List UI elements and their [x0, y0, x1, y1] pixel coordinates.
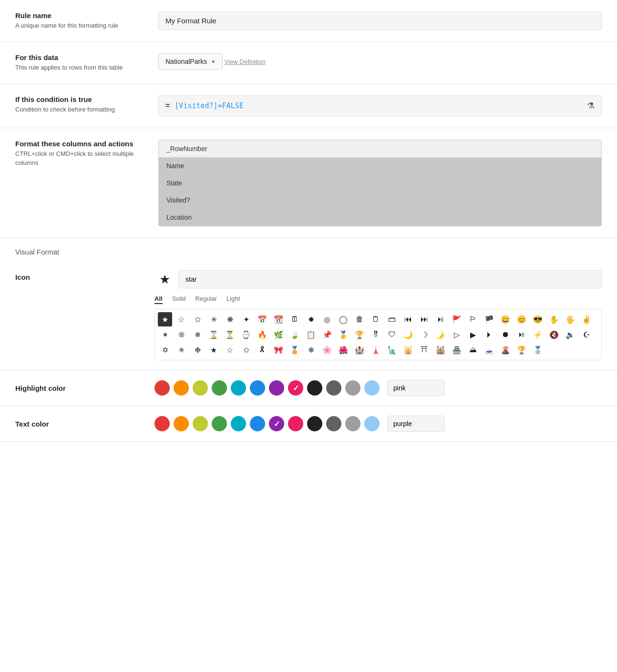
text-color-teal[interactable]: [231, 416, 246, 431]
icon-cell-hourglass3[interactable]: ⌚: [239, 327, 253, 342]
icon-cell-star-david1[interactable]: ✡: [158, 343, 172, 357]
icon-search-input[interactable]: [178, 270, 602, 288]
view-definition-link[interactable]: View Definition: [225, 58, 266, 65]
icon-cell-power2[interactable]: 🔇: [547, 327, 561, 342]
icon-cell-face3[interactable]: 😎: [531, 312, 545, 326]
icon-cell-play2[interactable]: ▶: [466, 327, 480, 342]
icon-cell-hand3[interactable]: ✌: [579, 312, 594, 326]
icon-cell-hand2[interactable]: 🖐: [563, 312, 577, 326]
column-visited[interactable]: Visited?: [159, 192, 601, 209]
icon-cell-castle1[interactable]: 🏯: [450, 343, 464, 357]
icon-cell-moon3[interactable]: 🌛: [433, 327, 448, 342]
icon-filter-regular[interactable]: Regular: [195, 295, 217, 304]
icon-cell-starburst2[interactable]: ❊: [174, 327, 188, 342]
highlight-color-light-blue[interactable]: [364, 380, 380, 396]
highlight-color-name-input[interactable]: [387, 380, 444, 396]
icon-cell-ribbon1[interactable]: 🎗: [255, 343, 269, 357]
icon-cell-face1[interactable]: 😀: [498, 312, 513, 326]
icon-cell-star2b[interactable]: ★: [206, 343, 221, 357]
icon-cell-fire3[interactable]: 🍃: [288, 327, 302, 342]
icon-cell-circle1[interactable]: ◎: [320, 312, 334, 326]
icon-cell-starburst1[interactable]: ✴: [158, 327, 172, 342]
text-color-dark-gray[interactable]: [326, 416, 341, 431]
highlight-color-dark-gray[interactable]: [326, 380, 341, 396]
icon-cell-moon1[interactable]: 🌙: [401, 327, 415, 342]
icon-cell-mountain1[interactable]: ⛰: [466, 343, 480, 357]
highlight-color-pink[interactable]: ✓: [288, 380, 303, 396]
icon-cell-volcano1[interactable]: 🌋: [498, 343, 513, 357]
icon-cell-play3[interactable]: ⏵: [482, 327, 496, 342]
icon-cell-trophy2[interactable]: 🎖: [369, 327, 383, 342]
icon-cell-starburst3[interactable]: ✵: [190, 327, 205, 342]
icon-cell-medal2[interactable]: 📌: [320, 327, 334, 342]
icon-cell-trash1[interactable]: 🗑: [352, 312, 367, 326]
column-location[interactable]: Location: [159, 209, 601, 226]
icon-cell-flag2[interactable]: 🏳: [466, 312, 480, 326]
rule-name-input[interactable]: [158, 11, 602, 30]
icon-cell-star3b[interactable]: ☆: [223, 343, 237, 357]
icon-cell-hourglass2[interactable]: ⏳: [223, 327, 237, 342]
icon-cell-asterisk2[interactable]: ❋: [223, 312, 237, 326]
icon-cell-prev3[interactable]: ⏯: [433, 312, 448, 326]
highlight-color-purple[interactable]: [269, 380, 284, 396]
icon-filter-solid[interactable]: Solid: [172, 295, 186, 304]
icon-cell-power3[interactable]: 🔉: [563, 327, 577, 342]
icon-cell-sparkle1[interactable]: ✳: [174, 343, 188, 357]
icon-cell-medal1[interactable]: 📋: [304, 327, 318, 342]
text-color-yellow-green[interactable]: [193, 416, 208, 431]
icon-filter-light[interactable]: Light: [226, 295, 240, 304]
text-color-green[interactable]: [212, 416, 227, 431]
highlight-color-gray[interactable]: [345, 380, 360, 396]
icon-cell-circle2[interactable]: ◯: [336, 312, 350, 326]
highlight-color-blue[interactable]: [250, 380, 265, 396]
text-color-light-blue[interactable]: [364, 416, 380, 431]
icon-cell-shield1[interactable]: 🛡: [385, 327, 399, 342]
text-color-name-input[interactable]: [387, 416, 444, 432]
highlight-color-teal[interactable]: [231, 380, 246, 396]
icon-cell-trophy3[interactable]: 🏆: [514, 343, 529, 357]
icon-cell-synagogue1[interactable]: 🕍: [433, 343, 448, 357]
highlight-color-red[interactable]: [154, 380, 170, 396]
icon-cell-star-thin[interactable]: ✩: [190, 312, 205, 326]
flask-icon[interactable]: ⚗: [587, 101, 595, 111]
icon-cell-trophy4[interactable]: 🥈: [531, 343, 545, 357]
text-color-pink[interactable]: [288, 416, 303, 431]
highlight-color-orange[interactable]: [174, 380, 189, 396]
icon-cell-sparkle2[interactable]: ❉: [190, 343, 205, 357]
highlight-color-green[interactable]: [212, 380, 227, 396]
icon-cell-star-outline[interactable]: ☆: [174, 312, 188, 326]
icon-cell-building3[interactable]: 🗽: [385, 343, 399, 357]
icon-cell-prev2[interactable]: ⏭: [417, 312, 432, 326]
icon-cell-moon2[interactable]: ☽: [417, 327, 432, 342]
icon-cell-flower1[interactable]: 🌸: [320, 343, 334, 357]
icon-cell-asterisk3[interactable]: ✦: [239, 312, 253, 326]
icon-cell-fire1[interactable]: 🔥: [255, 327, 269, 342]
icon-cell-building1[interactable]: 🏰: [352, 343, 367, 357]
icon-cell-play1[interactable]: ▷: [450, 327, 464, 342]
icon-cell-hourglass1[interactable]: ⌛: [206, 327, 221, 342]
icon-cell-record1[interactable]: ⏺: [498, 327, 513, 342]
icon-cell-trash3[interactable]: 🗃: [385, 312, 399, 326]
icon-cell-building2[interactable]: 🗼: [369, 343, 383, 357]
icon-cell-calendar1[interactable]: 📅: [255, 312, 269, 326]
icon-cell-calendar3[interactable]: 🗓: [288, 312, 302, 326]
icon-cell-calendar2[interactable]: 📆: [271, 312, 286, 326]
icon-cell-prev1[interactable]: ⏮: [401, 312, 415, 326]
icon-cell-flag3[interactable]: 🏴: [482, 312, 496, 326]
icon-cell-asterisk1[interactable]: ✳: [206, 312, 221, 326]
text-color-blue[interactable]: [250, 416, 265, 431]
icon-cell-flower2[interactable]: 🌺: [336, 343, 350, 357]
icon-cell-star4b[interactable]: ✩: [239, 343, 253, 357]
icon-cell-star-solid[interactable]: ★: [158, 312, 172, 326]
icon-cell-trash2[interactable]: 🗒: [369, 312, 383, 326]
icon-cell-fire2[interactable]: 🌿: [271, 327, 286, 342]
text-color-purple[interactable]: ✓: [269, 416, 284, 431]
highlight-color-black[interactable]: [307, 380, 322, 396]
text-color-red[interactable]: [154, 416, 170, 431]
table-dropdown[interactable]: NationalParks ▼: [158, 53, 223, 70]
icon-cell-snowflake1[interactable]: ❄: [304, 343, 318, 357]
icon-cell-flag1[interactable]: 🚩: [450, 312, 464, 326]
icon-cell-shrine1[interactable]: ⛩: [417, 343, 432, 357]
icon-cell-ribbon2[interactable]: 🎀: [271, 343, 286, 357]
column-state[interactable]: State: [159, 174, 601, 192]
